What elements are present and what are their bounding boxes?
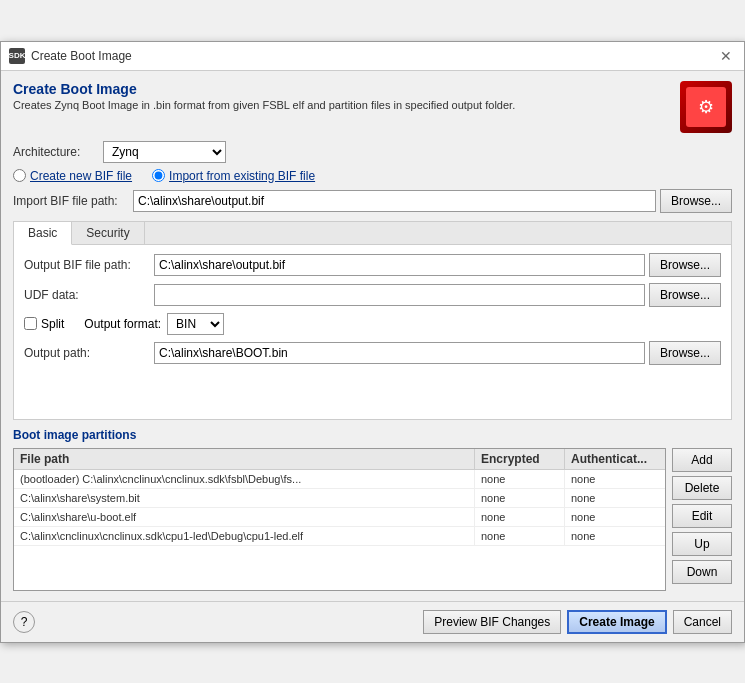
output-bif-input[interactable] [154,254,645,276]
radio-new-bif-input[interactable] [13,169,26,182]
options-row: Split Output format: BIN MCS HEX [24,313,721,335]
row3-filepath: C:\alinx\cnclinux\cnclinux.sdk\cpu1-led\… [14,527,475,545]
down-partition-button[interactable]: Down [672,560,732,584]
output-bif-label: Output BIF file path: [24,258,154,272]
architecture-label: Architecture: [13,145,103,159]
footer-right: Preview BIF Changes Create Image Cancel [423,610,732,634]
import-bif-input[interactable] [133,190,656,212]
title-bar-text: Create Boot Image [31,49,132,63]
dialog-header: Create Boot Image Creates Zynq Boot Imag… [13,81,732,133]
col-filepath: File path [14,449,475,469]
row0-authenticated: none [565,470,665,488]
output-path-row: Output path: Browse... [24,341,721,365]
architecture-row: Architecture: Zynq Zynq UltraScale+ Micr… [13,141,732,163]
output-path-browse-button[interactable]: Browse... [649,341,721,365]
row2-filepath: C:\alinx\share\u-boot.elf [14,508,475,526]
dialog-description: Creates Zynq Boot Image in .bin format f… [13,99,515,111]
partitions-section: Boot image partitions File path Encrypte… [13,428,732,591]
output-format-label: Output format: [84,317,161,331]
split-label[interactable]: Split [41,317,64,331]
logo-inner: ⚙ [686,87,726,127]
tabs-container: Basic Security Output BIF file path: Bro… [13,221,732,420]
edit-partition-button[interactable]: Edit [672,504,732,528]
title-bar: SDK Create Boot Image ✕ [1,42,744,71]
table-row[interactable]: (bootloader) C:\alinx\cnclinux\cnclinux.… [14,470,665,489]
col-authenticated: Authenticat... [565,449,665,469]
table-body: (bootloader) C:\alinx\cnclinux\cnclinux.… [14,470,665,590]
import-bif-browse-button[interactable]: Browse... [660,189,732,213]
table-row[interactable]: C:\alinx\cnclinux\cnclinux.sdk\cpu1-led\… [14,527,665,546]
delete-partition-button[interactable]: Delete [672,476,732,500]
udf-data-browse-button[interactable]: Browse... [649,283,721,307]
format-item: Output format: BIN MCS HEX [84,313,224,335]
architecture-select[interactable]: Zynq Zynq UltraScale+ MicroBlaze [103,141,226,163]
udf-data-row: UDF data: Browse... [24,283,721,307]
header-text: Create Boot Image Creates Zynq Boot Imag… [13,81,515,111]
dialog-title: Create Boot Image [13,81,515,97]
partitions-title: Boot image partitions [13,428,732,442]
radio-import-bif-label[interactable]: Import from existing BIF file [169,169,315,183]
tab-basic[interactable]: Basic [14,222,72,245]
tab-security[interactable]: Security [72,222,144,244]
tabs-header: Basic Security [14,222,731,245]
title-bar-left: SDK Create Boot Image [9,48,132,64]
radio-new-bif-label[interactable]: Create new BIF file [30,169,132,183]
partitions-table: File path Encrypted Authenticat... (boot… [13,448,666,591]
dialog-footer: ? Preview BIF Changes Create Image Cance… [1,601,744,642]
help-button[interactable]: ? [13,611,35,633]
row2-authenticated: none [565,508,665,526]
import-bif-label: Import BIF file path: [13,194,133,208]
footer-left: ? [13,611,35,633]
row0-filepath: (bootloader) C:\alinx\cnclinux\cnclinux.… [14,470,475,488]
table-header: File path Encrypted Authenticat... [14,449,665,470]
udf-data-label: UDF data: [24,288,154,302]
col-encrypted: Encrypted [475,449,565,469]
row1-authenticated: none [565,489,665,507]
udf-data-input[interactable] [154,284,645,306]
cancel-button[interactable]: Cancel [673,610,732,634]
split-checkbox[interactable] [24,317,37,330]
row2-encrypted: none [475,508,565,526]
row1-encrypted: none [475,489,565,507]
table-row[interactable]: C:\alinx\share\u-boot.elf none none [14,508,665,527]
empty-space [24,371,721,411]
dialog-window: SDK Create Boot Image ✕ Create Boot Imag… [0,41,745,643]
create-image-button[interactable]: Create Image [567,610,666,634]
radio-new-bif: Create new BIF file [13,169,132,183]
dialog-body: Create Boot Image Creates Zynq Boot Imag… [1,71,744,601]
preview-bif-button[interactable]: Preview BIF Changes [423,610,561,634]
app-logo: ⚙ [680,81,732,133]
gear-icon: ⚙ [698,96,714,118]
add-partition-button[interactable]: Add [672,448,732,472]
bif-radio-group: Create new BIF file Import from existing… [13,169,732,183]
output-bif-browse-button[interactable]: Browse... [649,253,721,277]
partitions-buttons: Add Delete Edit Up Down [672,448,732,591]
sdk-icon: SDK [9,48,25,64]
radio-import-bif-input[interactable] [152,169,165,182]
row3-authenticated: none [565,527,665,545]
row0-encrypted: none [475,470,565,488]
table-row[interactable]: C:\alinx\share\system.bit none none [14,489,665,508]
row1-filepath: C:\alinx\share\system.bit [14,489,475,507]
tabs-content: Output BIF file path: Browse... UDF data… [14,245,731,419]
row3-encrypted: none [475,527,565,545]
up-partition-button[interactable]: Up [672,532,732,556]
import-bif-row: Import BIF file path: Browse... [13,189,732,213]
output-format-select[interactable]: BIN MCS HEX [167,313,224,335]
output-bif-row: Output BIF file path: Browse... [24,253,721,277]
close-button[interactable]: ✕ [716,48,736,64]
partitions-area: File path Encrypted Authenticat... (boot… [13,448,732,591]
split-checkbox-item: Split [24,317,64,331]
output-path-label: Output path: [24,346,154,360]
output-path-input[interactable] [154,342,645,364]
radio-import-bif: Import from existing BIF file [152,169,315,183]
